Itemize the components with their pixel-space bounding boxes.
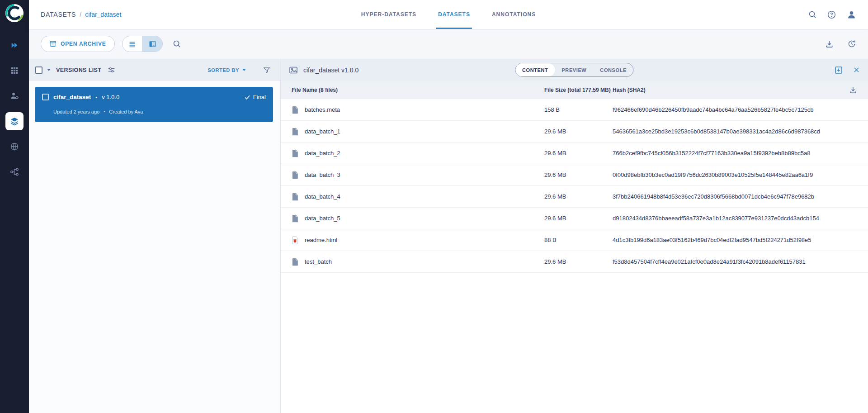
column-file-name: File Name (8 files) (292, 87, 544, 93)
file-hash: 54636561a3ce25bd3e19253c6b0d8538147b0ae3… (613, 128, 857, 135)
file-size: 29.6 MB (544, 193, 613, 200)
version-card-meta: Updated 2 years ago • Created by Ava (42, 109, 266, 114)
table-row[interactable]: readme.html 88 B 4d1c3fb199d6a183ae03f51… (281, 229, 868, 251)
file-name: data_batch_5 (305, 215, 340, 222)
column-hash: Hash (SHA2) (613, 87, 849, 93)
top-header: DATASETS / cifar_dataset HYPER-DATASETS … (29, 0, 868, 29)
file-icon (292, 106, 298, 114)
file-icon (292, 149, 298, 157)
check-icon (244, 94, 250, 100)
sidebar-item-workers[interactable] (5, 87, 24, 105)
version-status-label: Final (253, 94, 266, 100)
file-name: data_batch_3 (305, 171, 340, 178)
version-card-header: cifar_dataset • v 1.0.0 Final (42, 94, 266, 100)
file-size: 158 B (544, 106, 613, 113)
select-all-checkbox[interactable] (35, 66, 42, 74)
file-hash: d91802434d8376bbaeeadf58a737e3a1b12ac839… (613, 215, 857, 222)
header-actions (808, 10, 856, 19)
sorted-by-label: SORTED BY (208, 67, 239, 73)
tab-preview[interactable]: PREVIEW (555, 63, 593, 76)
double-chevron-icon (10, 41, 19, 49)
download-files-icon[interactable] (849, 86, 857, 94)
tab-content[interactable]: CONTENT (515, 63, 555, 76)
content-area: VERSIONS LIST SORTED BY cifa (29, 59, 868, 413)
table-row[interactable]: data_batch_1 29.6 MB 54636561a3ce25bd3e1… (281, 121, 868, 142)
file-hash: 3f7bb240661948b8f4d53e36ec720d8306f5668b… (613, 193, 857, 200)
table-row[interactable]: data_batch_3 29.6 MB 0f00d98ebfb30b3ec0a… (281, 164, 868, 186)
sidebar-item-pipelines[interactable] (5, 163, 24, 181)
version-created-by: Created by Ava (109, 109, 143, 114)
open-archive-label: OPEN ARCHIVE (61, 41, 106, 47)
file-icon (292, 258, 298, 266)
table-row[interactable]: data_batch_5 29.6 MB d91802434d8376bbaee… (281, 208, 868, 229)
file-icon (292, 128, 298, 136)
main-area: DATASETS / cifar_dataset HYPER-DATASETS … (29, 0, 868, 413)
close-icon[interactable] (853, 66, 860, 73)
file-name-cell: data_batch_4 (292, 193, 544, 201)
file-name-cell: data_batch_5 (292, 214, 544, 223)
tab-annotations[interactable]: ANNOTATIONS (492, 0, 536, 29)
file-hash: f53d8d457504f7cff4ea9e021afcf0e0ad8e24a9… (613, 258, 857, 265)
versions-list-title: VERSIONS LIST (56, 67, 101, 73)
version-updated: Updated 2 years ago (53, 109, 99, 114)
help-icon[interactable] (827, 10, 836, 19)
tab-console[interactable]: CONSOLE (593, 63, 633, 76)
breadcrumb-current[interactable]: cifar_dataset (85, 11, 121, 18)
toolbar: OPEN ARCHIVE (29, 29, 868, 59)
file-name-cell: data_batch_2 (292, 149, 544, 157)
table-row[interactable]: batches.meta 158 B f962466ef690d46b22645… (281, 99, 868, 121)
main-tabs: HYPER-DATASETS DATASETS ANNOTATIONS (361, 0, 536, 29)
tune-icon[interactable] (108, 66, 115, 74)
file-icon (292, 193, 298, 201)
file-name: readme.html (305, 237, 337, 243)
detail-panel: cifar_dataset v1.0.0 CONTENT PREVIEW CON… (281, 59, 868, 413)
file-size: 29.6 MB (544, 215, 613, 222)
auto-refresh-icon[interactable] (847, 39, 856, 48)
file-hash: f962466ef690d46b226450fb9aadc74ba4bc64a7… (613, 106, 857, 113)
files-table-header: File Name (8 files) File Size (total 177… (281, 81, 868, 99)
minimize-panel-icon[interactable] (834, 66, 843, 75)
version-dot: • (95, 95, 97, 100)
download-dataset-icon[interactable] (825, 40, 834, 48)
select-all-caret-icon[interactable] (47, 69, 51, 71)
breadcrumb-datasets-link[interactable]: DATASETS (41, 11, 76, 18)
file-name: test_batch (305, 258, 332, 265)
grid-icon (10, 66, 19, 75)
open-archive-button[interactable]: OPEN ARCHIVE (41, 36, 115, 52)
file-icon (292, 171, 298, 179)
workers-icon (10, 91, 19, 100)
version-status-badge: Final (244, 94, 266, 100)
file-name-cell: batches.meta (292, 106, 544, 114)
version-card[interactable]: cifar_dataset • v 1.0.0 Final Updated 2 … (35, 87, 273, 122)
archive-icon (49, 40, 57, 47)
sidebar-item-datasets[interactable] (5, 112, 24, 130)
html-file-icon (292, 236, 298, 244)
file-hash: 0f00d98ebfb30b3ec0ad19f9756dc2630b89003e… (613, 171, 857, 178)
column-file-size: File Size (total 177.59 MB) (544, 87, 613, 93)
file-name-cell: test_batch (292, 258, 544, 266)
search-icon[interactable] (808, 10, 816, 19)
user-avatar-icon[interactable] (847, 10, 856, 19)
tab-hyper-datasets[interactable]: HYPER-DATASETS (361, 0, 416, 29)
app-root: DATASETS / cifar_dataset HYPER-DATASETS … (0, 0, 868, 413)
sidebar-item-applications[interactable] (5, 36, 24, 54)
sidebar-item-reports[interactable] (5, 138, 24, 156)
table-row[interactable]: data_batch_4 29.6 MB 3f7bb240661948b8f4d… (281, 186, 868, 208)
sidebar-item-projects[interactable] (5, 62, 24, 80)
tab-datasets[interactable]: DATASETS (438, 0, 470, 29)
table-row[interactable]: test_batch 29.6 MB f53d8d457504f7cff4ea9… (281, 251, 868, 273)
file-hash: 4d1c3fb199d6a183ae03f5162b469d7bc04edf2f… (613, 237, 857, 243)
detail-tabs: CONTENT PREVIEW CONSOLE (515, 63, 634, 77)
split-view-button[interactable] (142, 36, 162, 52)
filter-icon[interactable] (263, 66, 270, 74)
file-icon (292, 214, 298, 223)
clearml-logo[interactable] (5, 4, 24, 23)
table-row[interactable]: data_batch_2 29.6 MB 766b2cef9fbc745cf05… (281, 142, 868, 164)
sorted-by-control[interactable]: SORTED BY (208, 67, 246, 73)
versions-panel-header: VERSIONS LIST SORTED BY (29, 59, 280, 81)
version-checkbox[interactable] (42, 94, 49, 100)
file-name: batches.meta (305, 106, 340, 113)
version-name: cifar_dataset (53, 94, 91, 100)
table-view-button[interactable] (123, 36, 142, 52)
search-files-icon[interactable] (173, 40, 181, 48)
